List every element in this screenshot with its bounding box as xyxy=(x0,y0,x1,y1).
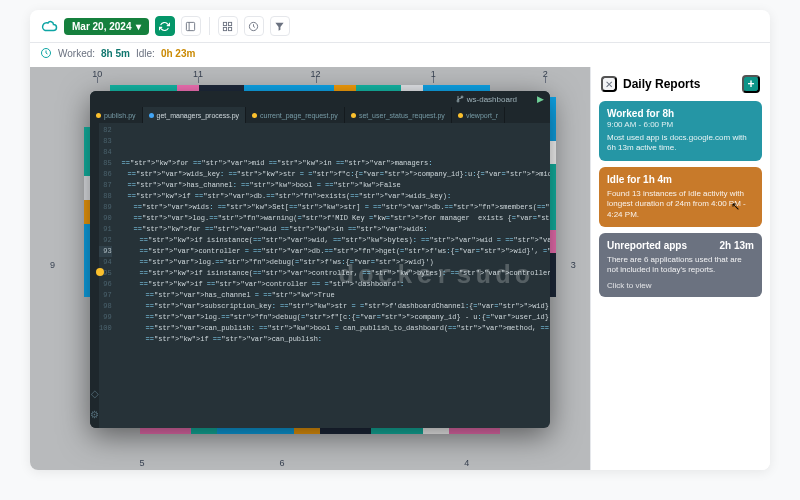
cursor-icon: ↖ xyxy=(731,200,740,213)
tick xyxy=(97,77,98,83)
svg-rect-2 xyxy=(223,22,226,25)
line-number: 98 xyxy=(99,301,112,312)
code-line[interactable]: =="str">"var">controller = =="str">"var"… xyxy=(116,246,550,257)
line-number: 91 xyxy=(99,224,112,235)
code-line[interactable]: =="str">"var">wids: =="str">"kw">Set[=="… xyxy=(116,202,550,213)
line-number: 83 xyxy=(99,136,112,147)
line-number: 82 xyxy=(99,125,112,136)
line-number: 99 xyxy=(99,312,112,323)
date-picker[interactable]: Mar 20, 2024 ▾ xyxy=(64,18,149,35)
tick xyxy=(316,77,317,83)
python-file-icon xyxy=(149,113,154,118)
card-title: Worked for 8h xyxy=(607,108,674,119)
activity-stripe xyxy=(140,427,500,434)
line-number: 90 xyxy=(99,213,112,224)
add-report-button[interactable]: + xyxy=(742,75,760,93)
svg-rect-5 xyxy=(228,27,231,30)
hour-label: 9 xyxy=(50,260,55,270)
report-card[interactable]: Idle for 1h 4mFound 13 instances of Idle… xyxy=(599,167,762,227)
line-number: 88 xyxy=(99,191,112,202)
code-line[interactable]: =="str">"var">log.=="str">"fn">warning(=… xyxy=(116,213,550,224)
card-subtitle: 9:00 AM - 6:00 PM xyxy=(607,120,754,129)
line-number: 93 xyxy=(99,246,112,257)
modified-icon xyxy=(252,113,257,118)
cloud-icon xyxy=(40,17,58,35)
settings-icon[interactable]: ⚙ xyxy=(90,409,99,420)
panel-title: Daily Reports xyxy=(623,77,736,91)
code-line[interactable]: =="str">"var">has_channel: =="str">"kw">… xyxy=(116,180,550,191)
line-number: 86 xyxy=(99,169,112,180)
code-line[interactable]: =="str">"var">log.=="str">"fn">debug(="s… xyxy=(116,257,550,268)
app-frame: Mar 20, 2024 ▾ Worked: 8h 5m Idle: 0h 23… xyxy=(30,10,770,470)
line-number: 85 xyxy=(99,158,112,169)
code-line[interactable]: =="str">"var">subscription_key: =="str">… xyxy=(116,301,550,312)
editor-tab[interactable]: current_page_request.py xyxy=(246,107,345,123)
filter-button[interactable] xyxy=(270,16,290,36)
tick xyxy=(545,77,546,83)
modified-icon xyxy=(96,113,101,118)
project-icon[interactable]: ◇ xyxy=(91,388,99,399)
worked-label: Worked: xyxy=(58,48,95,59)
svg-rect-3 xyxy=(228,22,231,25)
report-card[interactable]: Unreported apps2h 13mThere are 6 applica… xyxy=(599,233,762,297)
card-body: There are 6 applications used that are n… xyxy=(607,255,754,276)
toolbar: Mar 20, 2024 ▾ xyxy=(30,10,770,43)
editor-titlebar: ws-dashboard ▶ xyxy=(90,91,550,107)
code-line[interactable]: =="str">"kw">if isinstance(=="str">"var"… xyxy=(116,268,550,279)
code-line[interactable]: =="str">"var">has_channel = =="str">"kw"… xyxy=(116,290,550,301)
editor-tab[interactable]: get_managers_process.py xyxy=(143,107,247,123)
tab-label: get_managers_process.py xyxy=(157,112,240,119)
line-number: 92 xyxy=(99,235,112,246)
line-number: 87 xyxy=(99,180,112,191)
editor-body: ◇ ⚙ 828384858687888990919293949596979899… xyxy=(90,123,550,428)
code-line[interactable]: =="str">"kw">for =="str">"var">wid =="st… xyxy=(116,224,550,235)
card-cta[interactable]: Click to view xyxy=(607,281,754,290)
code-line[interactable]: =="str">"kw">for =="str">"var">mid =="st… xyxy=(116,158,550,169)
card-body: Most used app is docs.google.com with 6h… xyxy=(607,133,754,154)
code-line[interactable]: =="str">"kw">if isinstance(=="str">"var"… xyxy=(116,235,550,246)
editor-tab[interactable]: publish.py xyxy=(90,107,143,123)
modified-icon xyxy=(458,113,463,118)
clock-button[interactable] xyxy=(244,16,264,36)
separator xyxy=(209,17,210,35)
card-duration: 2h 13m xyxy=(720,240,754,251)
hour-label: 4 xyxy=(464,458,469,468)
radial-timeline[interactable]: 10 11 12 1 2 9 3 5 6 4 xyxy=(30,67,590,470)
grid-view-button[interactable] xyxy=(218,16,238,36)
close-panel-button[interactable]: ✕ xyxy=(601,76,617,92)
code-line[interactable]: =="str">"var">log.=="str">"fn">debug(="s… xyxy=(116,312,550,323)
card-title: Unreported apps xyxy=(607,240,687,251)
card-title: Idle for 1h 4m xyxy=(607,174,672,185)
editor-tab[interactable]: set_user_status_request.py xyxy=(345,107,452,123)
svg-rect-4 xyxy=(223,27,226,30)
code-line[interactable]: =="str">"kw">if =="str">"var">db.=="str"… xyxy=(116,191,550,202)
tab-label: publish.py xyxy=(104,112,136,119)
report-card[interactable]: Worked for 8h9:00 AM - 6:00 PMMost used … xyxy=(599,101,762,161)
date-label: Mar 20, 2024 xyxy=(72,21,132,32)
layout-toggle-button[interactable] xyxy=(181,16,201,36)
editor-tabs: publish.pyget_managers_process.pycurrent… xyxy=(90,107,550,123)
code-line[interactable]: =="str">"kw">if =="str">"var">can_publis… xyxy=(116,334,550,345)
line-number: 100 xyxy=(99,323,112,334)
chevron-down-icon: ▾ xyxy=(136,21,141,32)
code-line[interactable]: =="str">"kw">if =="str">"var">controller… xyxy=(116,279,550,290)
captured-editor-window[interactable]: ws-dashboard ▶ publish.pyget_managers_pr… xyxy=(90,91,550,428)
code-area[interactable]: dockersudo =="str">"kw">for =="str">"var… xyxy=(116,123,550,428)
modified-icon xyxy=(351,113,356,118)
bulb-icon[interactable] xyxy=(96,268,104,276)
status-bar: Worked: 8h 5m Idle: 0h 23m xyxy=(30,43,770,67)
code-line[interactable]: =="str">"var">wids_key: =="str">"kw">str… xyxy=(116,169,550,180)
run-icon[interactable]: ▶ xyxy=(537,94,544,104)
daily-reports-panel: ✕ Daily Reports + Worked for 8h9:00 AM -… xyxy=(590,67,770,470)
idle-value: 0h 23m xyxy=(161,48,195,59)
code-line[interactable]: =="str">"var">can_publish: =="str">"kw">… xyxy=(116,323,550,334)
editor-tab[interactable]: viewport_r xyxy=(452,107,505,123)
worked-value: 8h 5m xyxy=(101,48,130,59)
hour-label: 5 xyxy=(139,458,144,468)
line-number: 89 xyxy=(99,202,112,213)
refresh-button[interactable] xyxy=(155,16,175,36)
project-branch: ws-dashboard xyxy=(456,95,517,104)
line-number: 84 xyxy=(99,147,112,158)
idle-label: Idle: xyxy=(136,48,155,59)
tab-label: current_page_request.py xyxy=(260,112,338,119)
